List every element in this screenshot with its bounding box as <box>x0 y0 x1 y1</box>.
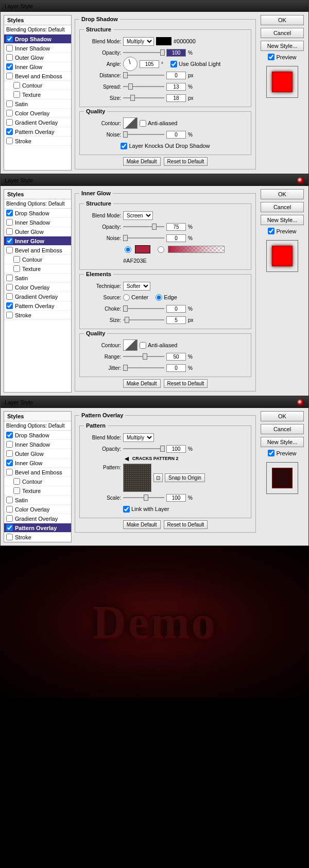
pattern-new-icon[interactable]: ⊡ <box>153 473 163 482</box>
reset-default-button[interactable]: Reset to Default <box>164 157 208 166</box>
ok-button[interactable]: OK <box>261 15 304 25</box>
distance-slider[interactable] <box>123 72 164 79</box>
style-inner-shadow[interactable]: Inner Shadow <box>4 440 71 449</box>
blend-mode-select[interactable]: Multiply <box>123 37 154 46</box>
antialiased-checkbox[interactable]: Anti-aliased <box>140 342 177 349</box>
style-pattern-overlay[interactable]: Pattern Overlay <box>4 523 71 533</box>
blend-mode-select[interactable]: Screen <box>123 211 153 220</box>
noise-input[interactable] <box>166 131 186 139</box>
opacity-slider[interactable] <box>123 49 164 56</box>
jitter-slider[interactable] <box>123 364 164 371</box>
style-contour[interactable]: Contour <box>4 255 71 264</box>
glow-color-swatch[interactable] <box>135 245 150 253</box>
style-bevel[interactable]: Bevel and Emboss <box>4 468 71 477</box>
size-input[interactable] <box>166 316 186 324</box>
new-style-button[interactable]: New Style... <box>261 215 304 225</box>
pattern-swatch[interactable] <box>123 464 151 492</box>
spread-slider[interactable] <box>123 83 164 90</box>
opacity-slider[interactable] <box>123 445 164 452</box>
style-color-overlay[interactable]: Color Overlay <box>4 283 71 292</box>
opacity-input[interactable] <box>166 223 186 231</box>
style-gradient-overlay[interactable]: Gradient Overlay <box>4 514 71 523</box>
preview-checkbox[interactable]: Preview <box>268 54 296 60</box>
color-radio[interactable] <box>125 246 131 253</box>
knockout-checkbox[interactable]: Layer Knocks Out Drop Shadow <box>121 143 210 149</box>
global-light-checkbox[interactable]: Use Global Light <box>170 61 220 67</box>
style-texture[interactable]: Texture <box>4 486 71 496</box>
gradient-radio[interactable] <box>158 246 164 253</box>
antialiased-checkbox[interactable]: Anti-aliased <box>140 120 177 127</box>
contour-picker[interactable] <box>123 339 138 351</box>
preview-checkbox[interactable]: Preview <box>268 450 296 456</box>
make-default-button[interactable]: Make Default <box>123 520 161 529</box>
choke-slider[interactable] <box>123 305 164 312</box>
style-satin[interactable]: Satin <box>4 99 71 109</box>
style-satin[interactable]: Satin <box>4 496 71 505</box>
spread-input[interactable] <box>166 83 186 91</box>
cancel-button[interactable]: Cancel <box>261 202 304 212</box>
size-slider[interactable] <box>123 94 164 101</box>
opacity-input[interactable] <box>166 49 186 57</box>
style-inner-shadow[interactable]: Inner Shadow <box>4 218 71 227</box>
size-slider[interactable] <box>123 316 164 324</box>
style-stroke[interactable]: Stroke <box>4 311 71 320</box>
source-center-radio[interactable]: Center <box>123 294 148 301</box>
style-stroke[interactable]: Stroke <box>4 533 71 542</box>
link-layer-checkbox[interactable]: Link with Layer <box>123 506 169 513</box>
angle-input[interactable] <box>140 60 159 68</box>
style-drop-shadow[interactable]: Drop Shadow <box>4 35 71 44</box>
style-outer-glow[interactable]: Outer Glow <box>4 227 71 236</box>
snap-origin-button[interactable]: Snap to Origin <box>165 473 205 482</box>
distance-input[interactable] <box>166 72 186 79</box>
style-texture[interactable]: Texture <box>4 90 71 99</box>
style-bevel[interactable]: Bevel and Emboss <box>4 72 71 81</box>
noise-slider[interactable] <box>123 234 164 242</box>
style-pattern-overlay[interactable]: Pattern Overlay <box>4 127 71 137</box>
style-inner-glow[interactable]: Inner Glow <box>4 236 71 246</box>
scale-slider[interactable] <box>123 494 164 501</box>
angle-dial[interactable] <box>123 57 138 71</box>
style-bevel[interactable]: Bevel and Emboss <box>4 246 71 255</box>
style-drop-shadow[interactable]: Drop Shadow <box>4 209 71 218</box>
style-outer-glow[interactable]: Outer Glow <box>4 53 71 62</box>
jitter-input[interactable] <box>166 364 186 372</box>
choke-input[interactable] <box>166 305 186 313</box>
style-outer-glow[interactable]: Outer Glow <box>4 449 71 458</box>
opacity-input[interactable] <box>166 445 186 453</box>
style-pattern-overlay[interactable]: Pattern Overlay <box>4 301 71 311</box>
color-swatch[interactable] <box>156 37 171 45</box>
make-default-button[interactable]: Make Default <box>123 379 161 388</box>
close-orb-icon[interactable] <box>297 177 304 184</box>
source-edge-radio[interactable]: Edge <box>156 294 177 301</box>
ok-button[interactable]: OK <box>261 411 304 421</box>
noise-input[interactable] <box>166 234 186 242</box>
preview-checkbox[interactable]: Preview <box>268 228 296 234</box>
ok-button[interactable]: OK <box>261 189 304 199</box>
gradient-picker[interactable] <box>168 246 225 253</box>
opacity-slider[interactable] <box>123 223 164 230</box>
blending-options[interactable]: Blending Options: Default <box>4 25 71 35</box>
make-default-button[interactable]: Make Default <box>123 157 161 166</box>
range-input[interactable] <box>166 353 186 361</box>
cancel-button[interactable]: Cancel <box>261 28 304 38</box>
contour-picker[interactable] <box>123 117 138 129</box>
style-satin[interactable]: Satin <box>4 274 71 283</box>
style-gradient-overlay[interactable]: Gradient Overlay <box>4 292 71 301</box>
cancel-button[interactable]: Cancel <box>261 424 304 434</box>
reset-default-button[interactable]: Reset to Default <box>164 379 208 388</box>
style-inner-glow[interactable]: Inner Glow <box>4 62 71 72</box>
new-style-button[interactable]: New Style... <box>261 41 304 51</box>
style-drop-shadow[interactable]: Drop Shadow <box>4 431 71 440</box>
style-contour[interactable]: Contour <box>4 81 71 90</box>
size-input[interactable] <box>166 94 186 102</box>
scale-input[interactable] <box>166 494 186 502</box>
noise-slider[interactable] <box>123 131 164 138</box>
style-stroke[interactable]: Stroke <box>4 137 71 146</box>
style-inner-shadow[interactable]: Inner Shadow <box>4 44 71 53</box>
style-color-overlay[interactable]: Color Overlay <box>4 505 71 514</box>
new-style-button[interactable]: New Style... <box>261 437 304 447</box>
reset-default-button[interactable]: Reset to Default <box>164 520 208 529</box>
style-contour[interactable]: Contour <box>4 477 71 486</box>
technique-select[interactable]: Softer <box>123 282 150 291</box>
style-inner-glow[interactable]: Inner Glow <box>4 458 71 468</box>
